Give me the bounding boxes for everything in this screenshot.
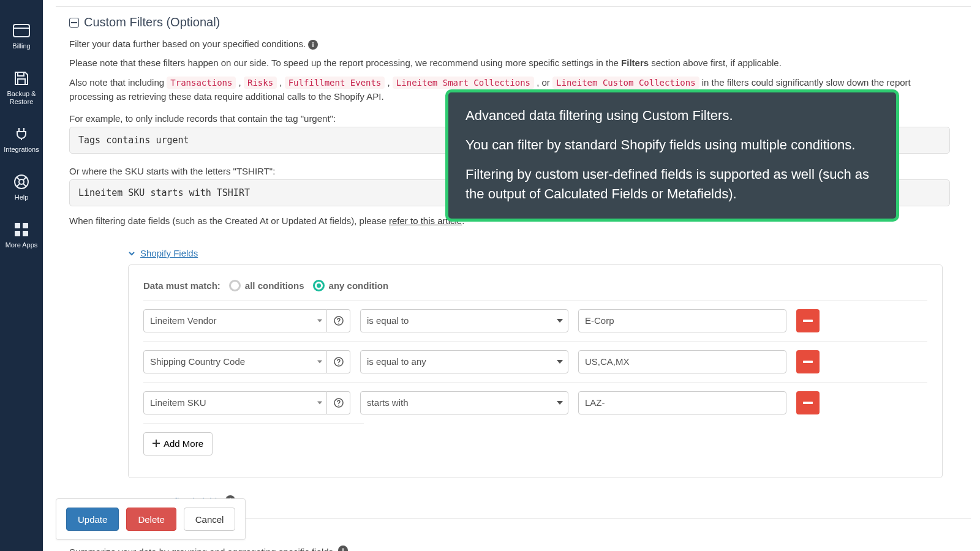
remove-row-button[interactable] [796,309,820,332]
sidebar-label: Backup & Restore [7,90,36,106]
svg-rect-13 [23,231,28,236]
summarize-desc: Summarize your data by grouping and aggr… [56,542,971,551]
action-bar: Update Delete Cancel [56,498,246,540]
grid-icon [12,220,31,239]
svg-rect-0 [13,24,29,37]
svg-line-7 [23,177,26,180]
add-more-button[interactable]: Add More [143,432,213,455]
sidebar-item-integrations[interactable]: Integrations [0,124,43,154]
sidebar-label: Billing [12,42,30,50]
svg-rect-12 [15,231,20,236]
user-defined-fields-toggle[interactable]: User-Defined Fields i [128,495,971,507]
svg-point-24 [338,405,339,406]
sidebar: Billing Backup & Restore Integrations He… [0,0,43,551]
caret-down-icon [317,319,322,322]
plug-icon [12,124,31,144]
custom-filters-header[interactable]: Custom Filters (Optional) [56,6,971,34]
caret-down-icon [557,319,563,323]
update-button[interactable]: Update [66,508,119,531]
filter-row: Shipping Country Code is equal to any [143,341,927,373]
sidebar-item-billing[interactable]: Billing [0,21,43,50]
callout-line-3: Filtering by custom user-defined fields … [466,165,879,204]
field-select[interactable]: Lineitem Vendor [143,309,327,332]
tag-smart-collections: Lineitem Smart Collections [393,77,534,89]
svg-point-5 [19,179,24,184]
filter-desc-2: Please note that these filters happen on… [56,53,971,72]
lifebuoy-icon [12,172,31,192]
caret-down-icon [317,360,322,363]
field-help-button[interactable] [327,391,350,414]
radio-any-condition[interactable]: any condition [313,280,389,291]
radio-icon [313,280,325,291]
chevron-down-icon [128,249,137,257]
operator-select[interactable]: is equal to [360,309,568,332]
svg-rect-11 [23,223,28,228]
filter-desc-1: Filter your data further based on your s… [56,34,971,53]
callout-line-2: You can filter by standard Shopify field… [466,135,879,155]
section-title: Custom Filters (Optional) [84,15,220,29]
callout-line-1: Advanced data filtering using Custom Fil… [466,106,879,126]
field-select[interactable]: Lineitem SKU [143,391,327,414]
svg-rect-3 [18,79,25,84]
shopify-fields-toggle[interactable]: Shopify Fields [128,248,971,258]
match-label: Data must match: [143,280,221,291]
svg-text:i: i [342,547,344,551]
tag-risks: Risks [244,77,277,89]
info-icon[interactable]: i [338,547,348,551]
svg-rect-27 [153,443,160,444]
tag-transactions: Transactions [167,77,236,89]
svg-point-18 [338,323,339,324]
tour-callout: Advanced data filtering using Custom Fil… [445,89,899,222]
svg-rect-19 [803,320,813,322]
svg-rect-22 [803,361,813,363]
caret-down-icon [557,401,563,405]
match-mode-row: Data must match: all conditions any cond… [143,280,927,291]
billing-icon [12,21,31,40]
svg-rect-10 [15,223,20,228]
svg-line-9 [23,184,26,187]
svg-line-6 [17,177,20,180]
save-icon [12,69,31,88]
shopify-fields-panel: Data must match: all conditions any cond… [128,264,943,478]
remove-row-button[interactable] [796,350,820,373]
field-select[interactable]: Shipping Country Code [143,350,327,373]
caret-down-icon [557,360,563,364]
svg-rect-25 [803,402,813,404]
caret-down-icon [317,401,322,404]
tag-fulfillment: Fulfillment Events [285,77,385,89]
cancel-button[interactable]: Cancel [184,508,236,531]
delete-button[interactable]: Delete [126,508,176,531]
filter-row: Lineitem SKU starts with [143,382,927,414]
collapse-icon [69,18,79,28]
sidebar-item-help[interactable]: Help [0,172,43,201]
svg-line-8 [17,184,20,187]
svg-rect-2 [18,72,24,76]
plus-icon [153,438,160,449]
value-input[interactable] [578,391,786,414]
tag-custom-collections: Lineitem Custom Collections [552,77,699,89]
value-input[interactable] [578,309,786,332]
operator-select[interactable]: is equal to any [360,350,568,373]
svg-point-21 [338,364,339,365]
field-help-button[interactable] [327,309,350,332]
add-more-row: Add More [143,423,364,455]
sidebar-item-more-apps[interactable]: More Apps [0,220,43,249]
field-help-button[interactable] [327,350,350,373]
info-icon[interactable]: i [308,40,318,50]
value-input[interactable] [578,350,786,373]
sidebar-label: Integrations [4,146,39,154]
sidebar-item-backup[interactable]: Backup & Restore [0,69,43,106]
radio-icon [229,280,241,291]
sidebar-label: Help [15,193,29,201]
filter-row: Lineitem Vendor is equal to [143,300,927,332]
main-content: Custom Filters (Optional) Filter your da… [56,0,971,551]
svg-text:i: i [312,41,314,48]
radio-all-conditions[interactable]: all conditions [229,280,304,291]
remove-row-button[interactable] [796,391,820,414]
operator-select[interactable]: starts with [360,391,568,414]
sidebar-label: More Apps [6,241,38,249]
svg-rect-14 [71,22,77,23]
